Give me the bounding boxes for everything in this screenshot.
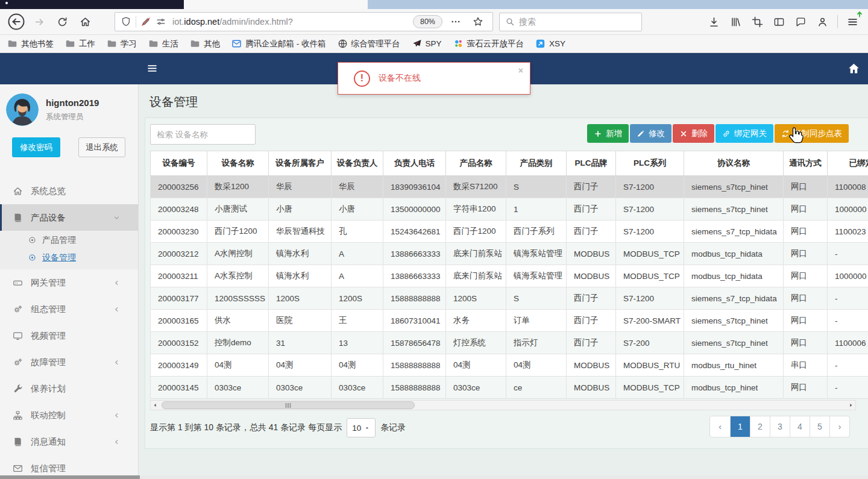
page-number-button[interactable]: 4 bbox=[790, 416, 810, 437]
bookmark-star-icon[interactable] bbox=[469, 14, 487, 30]
screenshot-icon[interactable] bbox=[748, 12, 767, 31]
table-cell: 网口 bbox=[784, 176, 828, 198]
sidebar-item[interactable]: 网关管理 bbox=[0, 269, 138, 296]
bookmark-item[interactable]: 工作 bbox=[65, 39, 95, 49]
column-header[interactable]: 通讯方式 bbox=[784, 151, 828, 176]
column-header[interactable]: 设备负责人 bbox=[332, 151, 383, 176]
url-bar[interactable]: iot.idosp.net/admin/index.html? 80% bbox=[115, 12, 493, 31]
search-icon bbox=[505, 17, 515, 27]
sidebar-item[interactable]: 保养计划 bbox=[0, 375, 138, 402]
column-header[interactable]: PLC品牌 bbox=[567, 151, 616, 176]
plus-icon bbox=[594, 130, 602, 138]
table-row[interactable]: 2000031450303ce0303ce0303ce1588888888803… bbox=[151, 377, 868, 399]
table-row[interactable]: 200003248小唐测试小唐小唐13500000000字符串12001西门子S… bbox=[151, 198, 868, 221]
sidebar-item[interactable]: 视频管理 bbox=[0, 322, 138, 349]
back-icon[interactable] bbox=[6, 12, 27, 31]
page-size-dropdown[interactable]: 10 bbox=[347, 418, 376, 437]
chevron-down-icon bbox=[113, 214, 121, 222]
table-cell: 网口 bbox=[784, 310, 828, 332]
table-horizontal-scrollbar[interactable] bbox=[150, 400, 856, 410]
plus-action-button[interactable]: 新增 bbox=[587, 124, 629, 143]
tabstrip-dark-segment bbox=[0, 0, 184, 9]
table-cell: siemens_s7tcp_hinet bbox=[684, 198, 784, 221]
table-cell: 西门子 bbox=[567, 221, 616, 243]
browser-search-box[interactable] bbox=[499, 13, 642, 31]
table-row[interactable]: 200003256数采1200华辰华辰18390936104数采S71200S西… bbox=[151, 176, 868, 198]
device-search-input[interactable] bbox=[150, 124, 256, 145]
refresh-action-button[interactable]: 复制同步点表 bbox=[775, 124, 849, 143]
browser-bottom-scrollbar[interactable] bbox=[0, 475, 868, 479]
browser-home-icon[interactable] bbox=[75, 12, 95, 31]
column-header[interactable]: 设备编号 bbox=[151, 151, 207, 176]
sidebar-item[interactable]: 联动控制 bbox=[0, 402, 138, 428]
bookmark-item[interactable]: 其他 bbox=[190, 39, 220, 49]
table-row[interactable]: 200003230西门子1200华辰智通科技孔15243642681西门子120… bbox=[151, 221, 868, 243]
library-icon[interactable] bbox=[726, 12, 745, 31]
bottom-scrollbar-thumb[interactable] bbox=[0, 475, 140, 479]
page-number-button[interactable]: 1 bbox=[730, 416, 750, 437]
bookmark-item[interactable]: 综合管理平台 bbox=[338, 39, 400, 49]
scrollbar-thumb[interactable] bbox=[162, 401, 415, 409]
alert-close-icon[interactable]: × bbox=[518, 66, 523, 75]
column-header[interactable]: 负责人电话 bbox=[383, 151, 446, 176]
shield-icon[interactable] bbox=[121, 16, 131, 27]
column-header[interactable]: 设备名称 bbox=[207, 151, 269, 176]
link-action-button[interactable]: 绑定网关 bbox=[715, 124, 773, 143]
permissions-icon[interactable] bbox=[156, 16, 166, 27]
scroll-right-icon[interactable] bbox=[846, 401, 855, 410]
logout-button[interactable]: 退出系统 bbox=[78, 137, 125, 157]
bookmark-item[interactable]: 萤石云开放平台 bbox=[453, 39, 524, 49]
page-prev-button[interactable]: ‹ bbox=[710, 416, 730, 437]
column-header[interactable]: 协议名称 bbox=[684, 151, 784, 176]
messages-icon[interactable] bbox=[791, 12, 810, 31]
column-header[interactable]: 产品名称 bbox=[446, 151, 506, 176]
app-home-icon[interactable] bbox=[848, 62, 860, 75]
sidebar-item[interactable]: 产品设备 bbox=[0, 204, 138, 231]
sidebar-item-label: 网关管理 bbox=[31, 277, 66, 289]
table-row[interactable]: 200003152控制demo311315878656478灯控系统指示灯西门子… bbox=[151, 332, 868, 354]
table-row[interactable]: 200003212A水闸控制镇海水利A13886663333底来门前泵站镇海泵站… bbox=[151, 243, 868, 265]
browser-search-input[interactable] bbox=[519, 17, 636, 27]
active-tab[interactable] bbox=[184, 0, 368, 9]
bookmark-item[interactable]: 其他书签 bbox=[7, 39, 54, 49]
page-number-button[interactable]: 5 bbox=[810, 416, 829, 437]
page-number-button[interactable]: 2 bbox=[750, 416, 770, 437]
column-header[interactable]: PLC系列 bbox=[616, 151, 684, 176]
sidebar-item[interactable]: 故障管理 bbox=[0, 349, 138, 375]
reload-icon[interactable] bbox=[52, 12, 72, 31]
zoom-level-badge[interactable]: 80% bbox=[413, 15, 442, 28]
sidebar-toggle-icon[interactable] bbox=[770, 12, 788, 31]
table-row[interactable]: 200003211A水泵控制镇海水利A13886663333底来门前泵站镇海泵站… bbox=[151, 265, 868, 287]
sidebar-subitem[interactable]: 产品管理 bbox=[0, 231, 138, 249]
table-row[interactable]: 200003165供水医院王18607310041水务订单西门子S7-200-S… bbox=[151, 310, 868, 332]
bookmark-item[interactable]: XSY bbox=[535, 39, 565, 49]
page-next-button[interactable]: › bbox=[829, 416, 849, 437]
bookmark-item[interactable]: 学习 bbox=[107, 39, 137, 49]
downloads-icon[interactable] bbox=[705, 12, 723, 31]
page-number-button[interactable]: 3 bbox=[770, 416, 790, 437]
close-action-button[interactable]: 删除 bbox=[673, 124, 714, 143]
browser-menu-button[interactable] bbox=[843, 12, 862, 31]
sidebar-subitem[interactable]: 设备管理 bbox=[0, 249, 138, 266]
bookmark-item[interactable]: SPY bbox=[412, 39, 442, 49]
column-header[interactable]: 产品类别 bbox=[506, 151, 567, 176]
account-icon[interactable] bbox=[813, 12, 832, 31]
scroll-left-icon[interactable] bbox=[151, 401, 160, 410]
column-header[interactable]: 已绑定网关 bbox=[828, 151, 868, 176]
column-header[interactable]: 设备所属客户 bbox=[269, 151, 332, 176]
table-row[interactable]: 2000031771200SSSSSS1200S1200S15888888888… bbox=[151, 287, 868, 310]
bookmark-item[interactable]: 生活 bbox=[148, 39, 178, 49]
page-actions-icon[interactable] bbox=[447, 14, 465, 30]
table-header-row: 设备编号设备名称设备所属客户设备负责人负责人电话产品名称产品类别PLC品牌PLC… bbox=[151, 151, 868, 176]
sidebar-item[interactable]: 组态管理 bbox=[0, 296, 138, 322]
table-cell: S bbox=[506, 176, 567, 198]
edit-disabled-icon[interactable] bbox=[140, 16, 151, 27]
pencil-action-button[interactable]: 修改 bbox=[630, 124, 671, 143]
sidebar-item[interactable]: 消息通知 bbox=[0, 428, 138, 455]
forward-icon[interactable] bbox=[29, 12, 49, 31]
table-row[interactable]: 20000314904测04测04测1588888888804测04测MODBU… bbox=[151, 354, 868, 377]
sidebar-collapse-icon[interactable] bbox=[146, 63, 158, 74]
change-password-button[interactable]: 修改密码 bbox=[12, 137, 60, 157]
sidebar-item[interactable]: 系统总览 bbox=[0, 178, 138, 204]
bookmark-item[interactable]: 腾讯企业邮箱 - 收件箱 bbox=[231, 39, 326, 49]
